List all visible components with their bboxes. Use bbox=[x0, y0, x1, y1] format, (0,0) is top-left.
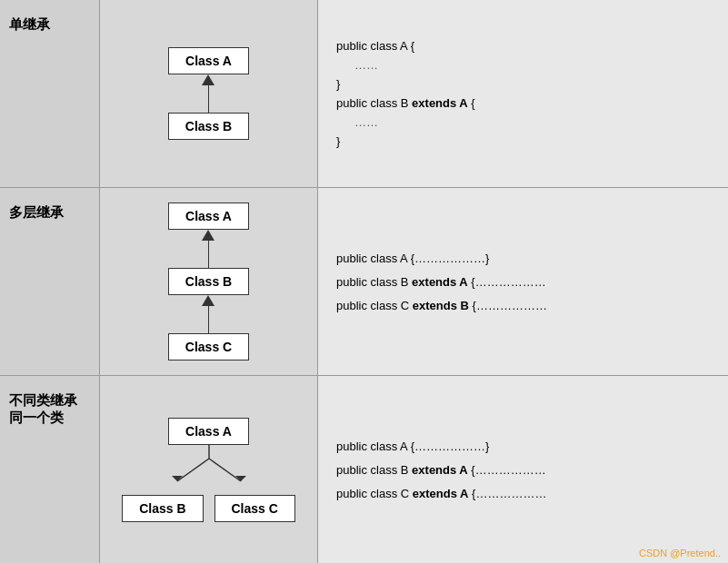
svg-line-1 bbox=[177, 459, 209, 481]
box-classA-diff: Class A bbox=[168, 418, 249, 445]
watermark: CSDN @Pretend.. bbox=[639, 548, 721, 558]
code-line-1: public class A { bbox=[336, 39, 710, 53]
svg-line-2 bbox=[209, 459, 241, 481]
box-classB-diff: Class B bbox=[122, 495, 203, 522]
row-multi: 多层继承 Class A Class B Class C public clas… bbox=[0, 188, 728, 376]
diagram-single: Class A Class B bbox=[100, 0, 318, 187]
label-diff: 不同类继承同一个类 bbox=[0, 376, 100, 563]
box-classB-single: Class B bbox=[168, 113, 249, 140]
code-multi-1: public class A {………………} bbox=[336, 252, 710, 265]
row-diff: 不同类继承同一个类 Class A Class B bbox=[0, 376, 728, 563]
label-multi-text: 多层继承 bbox=[9, 204, 64, 222]
box-classA-single: Class A bbox=[168, 47, 249, 74]
code-single: public class A { …… } public class B ext… bbox=[318, 0, 728, 187]
row-single: 单继承 Class A Class B public class A { …… … bbox=[0, 0, 728, 188]
code-line-4: public class B extends A { bbox=[336, 96, 710, 110]
arrow-head-single bbox=[202, 74, 214, 85]
arrow-head-multi-1 bbox=[202, 230, 214, 241]
code-multi-2: public class B extends A {……………… bbox=[336, 275, 710, 289]
label-multi: 多层继承 bbox=[0, 188, 100, 375]
label-single-text: 单继承 bbox=[9, 16, 50, 34]
code-line-6: } bbox=[336, 134, 710, 148]
arrow-line-single bbox=[208, 85, 210, 113]
code-line-3: } bbox=[336, 77, 710, 91]
arrow-line-multi-1 bbox=[208, 241, 210, 268]
code-diff-2: public class B extends A {……………… bbox=[336, 463, 710, 477]
code-multi-3: public class C extends B {……………… bbox=[336, 299, 710, 312]
box-classC-multi: Class C bbox=[168, 333, 249, 361]
code-line-2: …… bbox=[336, 58, 710, 72]
main-container: 单继承 Class A Class B public class A { …… … bbox=[0, 0, 728, 563]
arrow-head-multi-2 bbox=[202, 295, 214, 306]
arrows-diff bbox=[155, 445, 264, 495]
code-diff-1: public class A {………………} bbox=[336, 440, 710, 453]
label-diff-text: 不同类继承同一个类 bbox=[9, 392, 90, 427]
bottom-boxes-diff: Class B Class C bbox=[122, 495, 295, 522]
diagram-diff: Class A Class B Class C bbox=[100, 376, 318, 563]
arrow-line-multi-2 bbox=[208, 306, 210, 333]
code-diff-3: public class C extends A {……………… bbox=[336, 487, 710, 500]
arrow-multi-2 bbox=[202, 295, 214, 333]
box-classB-multi: Class B bbox=[168, 268, 249, 295]
box-classA-multi: Class A bbox=[168, 202, 249, 230]
code-line-5: …… bbox=[336, 115, 710, 129]
diagram-multi: Class A Class B Class C bbox=[100, 188, 318, 375]
code-multi: public class A {………………} public class B e… bbox=[318, 188, 728, 375]
code-diff: public class A {………………} public class B e… bbox=[318, 376, 728, 563]
arrow-single bbox=[202, 74, 214, 113]
arrow-multi-1 bbox=[202, 230, 214, 268]
box-classC-diff: Class C bbox=[214, 495, 295, 522]
label-single: 单继承 bbox=[0, 0, 100, 187]
